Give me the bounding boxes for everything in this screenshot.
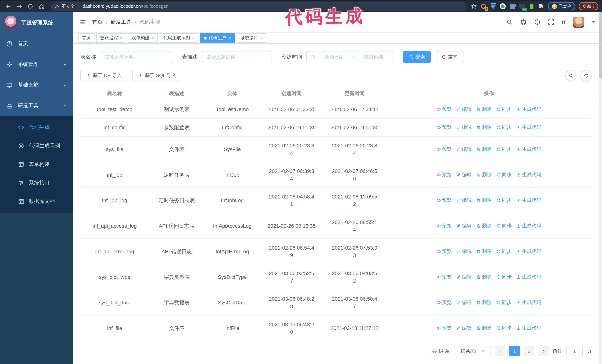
sync-link[interactable]: 同步 [496, 124, 512, 131]
edit-link[interactable]: 编辑 [456, 171, 472, 178]
home-icon[interactable] [37, 2, 46, 11]
sync-link[interactable]: 同步 [496, 324, 512, 332]
edit-link[interactable]: 编辑 [456, 222, 472, 229]
preview-link[interactable]: 预览 [436, 197, 452, 204]
sync-link[interactable]: 同步 [496, 146, 512, 153]
edit-link[interactable]: 编辑 [456, 248, 472, 255]
preview-link[interactable]: 预览 [436, 299, 452, 306]
tab-home[interactable]: 首页 [78, 33, 95, 42]
delete-link[interactable]: 删除 [476, 248, 492, 255]
sync-link[interactable]: 同步 [496, 248, 512, 255]
sidebar-item-codegen-example[interactable]: 代码生成示例 [0, 137, 73, 155]
extension-gem-icon[interactable] [490, 3, 496, 10]
sidebar-item-codegen[interactable]: 代码生成 [0, 118, 73, 137]
edit-link[interactable]: 编辑 [456, 146, 472, 153]
delete-link[interactable]: 删除 [476, 197, 492, 204]
search-button[interactable]: 搜索 [403, 51, 431, 63]
delete-link[interactable]: 删除 [476, 299, 492, 306]
font-size-icon[interactable]: tT [562, 19, 566, 25]
address-bar[interactable]: 不安全 dashboard.yudao.iocoder.cn/tool/code… [50, 2, 466, 11]
sync-link[interactable]: 同步 [496, 273, 512, 281]
preview-link[interactable]: 预览 [436, 248, 452, 255]
toggle-search-button[interactable] [565, 70, 576, 81]
scrollbar[interactable] [599, 12, 602, 364]
prev-page-button[interactable] [495, 346, 505, 356]
breadcrumb-devtools[interactable]: 研发工具 [111, 19, 131, 25]
generate-code-link[interactable]: 生成代码 [516, 324, 541, 332]
delete-link[interactable]: 删除 [476, 146, 492, 153]
tab-form-builder[interactable]: 表单构建× [128, 33, 158, 42]
extension-on-icon[interactable] [519, 3, 525, 10]
page-button-1[interactable]: 1 [509, 346, 520, 356]
paused-extension-badge[interactable]: 已暂停 [548, 2, 575, 10]
reset-button[interactable]: 重置 [436, 51, 463, 63]
close-icon[interactable]: × [120, 36, 122, 40]
sync-link[interactable]: 同步 [496, 171, 512, 178]
avatar[interactable] [573, 16, 584, 28]
sidebar-item-form-builder[interactable]: 表单构建 [0, 155, 73, 174]
help-icon[interactable] [534, 19, 540, 25]
edit-link[interactable]: 编辑 [456, 197, 472, 204]
back-icon[interactable] [4, 2, 13, 11]
preview-link[interactable]: 预览 [436, 146, 452, 153]
reload-icon[interactable] [26, 2, 35, 11]
tab-system-api[interactable]: 系统接口× [237, 33, 267, 42]
preview-link[interactable]: 预览 [436, 324, 452, 332]
generate-code-link[interactable]: 生成代码 [516, 171, 541, 178]
preview-link[interactable]: 预览 [436, 222, 452, 229]
import-sql-button[interactable]: 基于 SQL 导入 [132, 70, 183, 82]
preview-link[interactable]: 预览 [436, 171, 452, 178]
extension-check-icon[interactable] [500, 3, 506, 10]
sidebar-item-devtools[interactable]: 研发工具 [0, 95, 73, 116]
security-chip[interactable]: 不安全 [55, 3, 75, 10]
fullscreen-icon[interactable] [548, 19, 554, 25]
sync-link[interactable]: 同步 [496, 222, 512, 229]
sync-link[interactable]: 同步 [496, 299, 512, 306]
table-desc-input[interactable] [202, 51, 272, 63]
bookmark-star-icon[interactable] [471, 3, 477, 10]
generate-code-link[interactable]: 生成代码 [516, 248, 541, 255]
sidebar-item-infra[interactable]: 基础设施 [0, 75, 73, 95]
edit-link[interactable]: 编辑 [456, 299, 472, 306]
close-icon[interactable]: × [192, 36, 195, 40]
tab-trace[interactable]: 链路追踪× [96, 33, 126, 42]
sidebar-item-system-api[interactable]: 系统接口 [0, 174, 73, 192]
delete-link[interactable]: 删除 [476, 324, 492, 332]
edit-link[interactable]: 编辑 [456, 273, 472, 281]
delete-link[interactable]: 删除 [476, 222, 492, 229]
delete-link[interactable]: 删除 [476, 171, 492, 178]
delete-link[interactable]: 删除 [476, 273, 492, 281]
github-icon[interactable] [520, 19, 527, 25]
goto-page-input[interactable] [566, 346, 583, 356]
more-menu-icon[interactable] [593, 4, 594, 9]
generate-code-link[interactable]: 生成代码 [516, 273, 541, 281]
extensions-puzzle-icon[interactable] [538, 3, 544, 10]
table-name-input[interactable] [100, 51, 172, 63]
sidebar-item-db-doc[interactable]: 数据库文档 [0, 192, 73, 211]
import-db-button[interactable]: 基于 DB 导入 [80, 70, 128, 82]
extension-orange-icon[interactable]: 1 [480, 3, 487, 10]
scrollbar-thumb[interactable] [599, 12, 602, 79]
edit-link[interactable]: 编辑 [456, 124, 472, 131]
sidebar-item-system[interactable]: 系统管理 [0, 54, 73, 75]
edit-link[interactable]: 编辑 [456, 324, 472, 332]
generate-code-link[interactable]: 生成代码 [516, 222, 541, 229]
close-icon[interactable]: × [152, 36, 154, 40]
sidebar-item-home[interactable]: 首页 [0, 33, 73, 54]
generate-code-link[interactable]: 生成代码 [516, 197, 541, 204]
refresh-table-button[interactable] [580, 70, 592, 81]
generate-code-link[interactable]: 生成代码 [516, 299, 541, 306]
edit-link[interactable]: 编辑 [456, 105, 472, 113]
generate-code-link[interactable]: 生成代码 [516, 146, 541, 153]
browser-update-button[interactable]: 更新 [579, 2, 598, 10]
tab-codegen-example[interactable]: 代码生成示例× [160, 33, 198, 42]
preview-link[interactable]: 预览 [436, 105, 452, 113]
tab-codegen[interactable]: 代码生成× [200, 33, 235, 42]
extension-figure-icon[interactable] [528, 3, 535, 10]
preview-link[interactable]: 预览 [436, 124, 452, 131]
sync-link[interactable]: 同步 [496, 197, 512, 204]
extension-grid-icon[interactable] [509, 3, 516, 10]
page-size-select[interactable]: 10条/页 [454, 346, 491, 356]
close-icon[interactable]: × [260, 36, 263, 40]
close-icon[interactable]: × [229, 36, 231, 40]
